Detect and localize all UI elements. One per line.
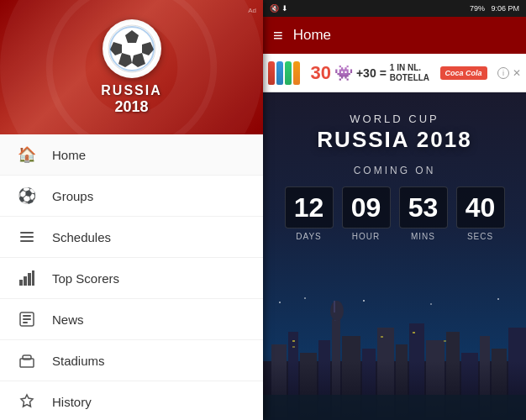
hamburger-icon[interactable]: ≡: [273, 26, 283, 45]
nav-label-groups: Groups: [52, 189, 93, 203]
svg-rect-17: [23, 322, 28, 323]
history-icon: [17, 391, 37, 412]
toolbar-title: Home: [293, 27, 331, 44]
nav-label-home: Home: [52, 148, 86, 162]
svg-point-47: [363, 300, 365, 302]
mins-value: 53: [399, 186, 448, 228]
app-toolbar: ≡ Home: [263, 17, 526, 54]
svg-rect-8: [20, 236, 34, 238]
ad-banner-inner: 30 👾 +30 = 1 IN NL. BOTELLA Coca Cola i …: [263, 61, 526, 85]
nav-label-history: History: [52, 395, 92, 409]
football-logo: [103, 19, 161, 78]
nav-item-news[interactable]: News: [0, 299, 263, 340]
ad-close-button[interactable]: ✕: [513, 67, 521, 79]
content-area: WORLD CUP RUSSIA 2018 COMING ON 12 DAYS …: [263, 92, 526, 420]
secs-label: SECS: [467, 232, 493, 241]
mins-label: MINS: [411, 232, 435, 241]
svg-rect-7: [20, 232, 34, 234]
svg-rect-19: [23, 355, 31, 360]
svg-point-49: [497, 298, 499, 300]
nav-item-home[interactable]: 🏠 Home: [0, 134, 263, 176]
nav-item-history[interactable]: History: [0, 381, 263, 420]
svg-rect-10: [19, 280, 23, 286]
hours-label: HOUR: [352, 232, 380, 241]
home-icon: 🏠: [17, 144, 37, 165]
status-right: 79% 9:06 PM: [470, 4, 519, 13]
world-cup-label: WORLD CUP: [350, 113, 439, 125]
svg-rect-12: [28, 273, 31, 286]
svg-rect-39: [334, 301, 335, 312]
bottle-3: [285, 61, 292, 85]
svg-rect-42: [381, 336, 383, 338]
ad-info-badge[interactable]: i: [497, 67, 509, 79]
ad-close-area: i ✕: [497, 67, 521, 79]
svg-rect-9: [20, 240, 34, 242]
skyline-background: [263, 294, 526, 420]
nav-item-top-scorers[interactable]: Top Scorers: [0, 258, 263, 299]
ad-badge: Ad: [248, 7, 256, 14]
nav-item-schedules[interactable]: Schedules: [0, 217, 263, 258]
ad-bottles: [268, 61, 300, 85]
schedules-icon: [17, 227, 37, 247]
nav-item-groups[interactable]: ⚽ Groups: [0, 176, 263, 217]
svg-rect-41: [292, 346, 295, 348]
nav-label-stadiums: Stadiums: [52, 354, 105, 368]
svg-rect-51: [263, 395, 526, 420]
days-label: DAYS: [296, 232, 322, 241]
news-icon: [17, 309, 37, 329]
countdown-hours: 09 HOUR: [342, 186, 391, 241]
svg-rect-13: [32, 270, 34, 286]
battery-level: 79%: [470, 4, 485, 13]
russia-2018-title: RUSSIA 2018: [317, 127, 471, 153]
nav-label-top-scorers: Top Scorers: [52, 271, 119, 286]
bottle-1: [268, 61, 275, 85]
ad-plus: +30: [356, 66, 376, 80]
ad-banner: 30 👾 +30 = 1 IN NL. BOTELLA Coca Cola i …: [263, 54, 526, 92]
days-value: 12: [285, 186, 334, 228]
secs-value: 40: [456, 186, 505, 228]
nav-label-schedules: Schedules: [52, 230, 111, 244]
countdown-secs: 40 SECS: [456, 186, 505, 241]
svg-rect-44: [444, 340, 446, 342]
svg-rect-11: [24, 276, 27, 286]
ad-big-number: 30: [310, 62, 330, 84]
nav-item-stadiums[interactable]: Stadiums: [0, 340, 263, 381]
russia-label: RUSSIA: [101, 83, 161, 98]
svg-rect-16: [23, 318, 31, 320]
ad-eq-text: 1 IN NL. BOTELLA: [390, 63, 429, 83]
svg-rect-40: [292, 340, 295, 342]
svg-rect-43: [413, 332, 415, 333]
bottle-2: [276, 61, 283, 85]
drawer-header: Ad RUSSIA 2018: [0, 0, 263, 134]
year-label: 2018: [114, 98, 148, 116]
stadiums-icon: [17, 350, 37, 370]
svg-point-48: [430, 303, 432, 305]
ad-equals: =: [380, 66, 387, 80]
nav-label-news: News: [52, 312, 84, 327]
status-left-icons: 🔇 ⬇: [270, 4, 288, 13]
svg-point-38: [330, 301, 344, 321]
countdown-days: 12 DAYS: [285, 186, 334, 241]
hours-value: 09: [342, 186, 391, 228]
main-panel: 🔇 ⬇ 79% 9:06 PM ≡ Home 30 👾 +30 =: [263, 0, 526, 420]
countdown-mins: 53 MINS: [399, 186, 448, 241]
groups-icon: ⚽: [17, 186, 37, 206]
coca-cola-logo: Coca Cola: [440, 66, 487, 80]
svg-point-45: [279, 302, 281, 303]
drawer-panel: Ad RUSSIA 2018 🏠 Home ⚽ Groups: [0, 0, 263, 420]
svg-rect-15: [23, 315, 31, 317]
svg-point-46: [304, 297, 306, 299]
countdown-row: 12 DAYS 09 HOUR 53 MINS 40 SECS: [285, 186, 505, 241]
nav-list: 🏠 Home ⚽ Groups Schedules Top Scorers Ne…: [0, 134, 263, 420]
status-bar: 🔇 ⬇ 79% 9:06 PM: [263, 0, 526, 17]
time-display: 9:06 PM: [491, 4, 519, 13]
ad-text-area: 30 👾 +30 = 1 IN NL. BOTELLA: [310, 62, 429, 84]
coming-on-label: COMING ON: [354, 165, 436, 176]
bottle-4: [293, 61, 300, 85]
top-scorers-icon: [17, 268, 37, 288]
ad-monster-icon: 👾: [334, 64, 353, 82]
